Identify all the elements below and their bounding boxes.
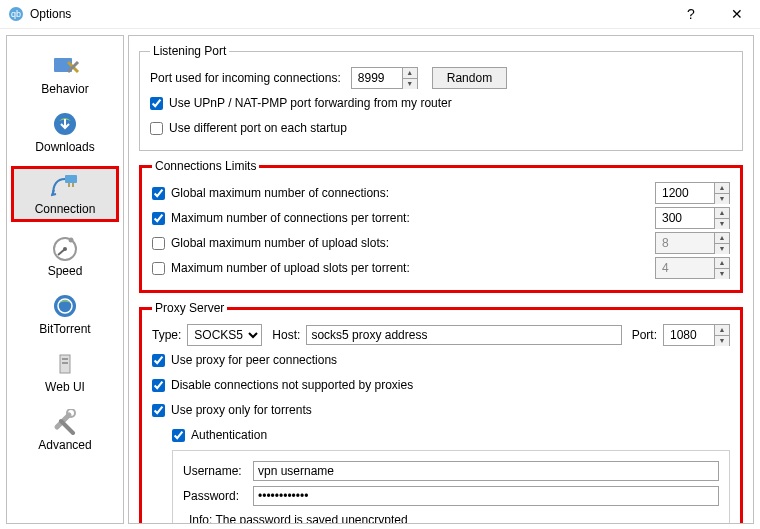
- help-button[interactable]: ?: [668, 0, 714, 28]
- per-torrent-spinner[interactable]: ▲▼: [655, 207, 730, 229]
- password-info: Info: The password is saved unencrypted: [189, 513, 719, 524]
- behaviour-icon: [49, 52, 81, 80]
- proxy-auth-checkbox[interactable]: Authentication: [172, 428, 267, 442]
- connections-limits-group: Connections Limits Global maximum number…: [139, 159, 743, 293]
- close-button[interactable]: ✕: [714, 0, 760, 28]
- window-title: Options: [30, 7, 668, 21]
- sidebar-item-label: Advanced: [38, 438, 91, 452]
- svg-text:qb: qb: [11, 9, 21, 19]
- spin-up-icon[interactable]: ▲: [403, 68, 417, 79]
- sidebar-item-webui[interactable]: Web UI: [7, 350, 123, 394]
- sidebar-item-behavior[interactable]: Behavior: [7, 52, 123, 96]
- svg-rect-5: [68, 183, 70, 187]
- proxy-peer-checkbox[interactable]: Use proxy for peer connections: [152, 353, 337, 367]
- sidebar-item-label: Web UI: [45, 380, 85, 394]
- random-button[interactable]: Random: [432, 67, 507, 89]
- svg-rect-13: [62, 358, 68, 360]
- connection-icon: [49, 172, 81, 200]
- proxy-host-label: Host:: [272, 328, 300, 342]
- app-icon: qb: [8, 6, 24, 22]
- password-input[interactable]: [253, 486, 719, 506]
- proxy-server-group: Proxy Server Type: SOCKS5 Host: Port: ▲▼…: [139, 301, 743, 524]
- upload-slots-spinner: ▲▼: [655, 232, 730, 254]
- upload-slots-checkbox[interactable]: Global maximum number of upload slots:: [152, 236, 389, 250]
- svg-rect-14: [62, 362, 68, 364]
- global-max-spinner[interactable]: ▲▼: [655, 182, 730, 204]
- port-spinner[interactable]: ▲▼: [351, 67, 418, 89]
- proxy-disable-checkbox[interactable]: Disable connections not supported by pro…: [152, 378, 413, 392]
- sidebar-item-label: Downloads: [35, 140, 94, 154]
- listening-port-group: Listening Port Port used for incoming co…: [139, 44, 743, 151]
- proxy-port-label: Port:: [632, 328, 657, 342]
- upload-slots-pt-checkbox[interactable]: Maximum number of upload slots per torre…: [152, 261, 410, 275]
- svg-rect-6: [72, 183, 74, 187]
- auth-box: Username: Password: Info: The password i…: [172, 450, 730, 524]
- sidebar-item-downloads[interactable]: Downloads: [7, 110, 123, 154]
- sidebar-item-speed[interactable]: Speed: [7, 234, 123, 278]
- sidebar-item-label: Behavior: [41, 82, 88, 96]
- port-label: Port used for incoming connections:: [150, 71, 341, 85]
- global-max-checkbox[interactable]: Global maximum number of connections:: [152, 186, 389, 200]
- webui-icon: [49, 350, 81, 378]
- password-label: Password:: [183, 489, 253, 503]
- spin-down-icon[interactable]: ▼: [403, 79, 417, 89]
- sidebar-item-label: Speed: [48, 264, 83, 278]
- main-panel: Listening Port Port used for incoming co…: [128, 35, 754, 524]
- svg-rect-4: [65, 175, 77, 183]
- per-torrent-checkbox[interactable]: Maximum number of connections per torren…: [152, 211, 410, 225]
- proxy-legend: Proxy Server: [152, 301, 227, 315]
- proxy-only-torrents-checkbox[interactable]: Use proxy only for torrents: [152, 403, 312, 417]
- sidebar-item-bittorrent[interactable]: BitTorrent: [7, 292, 123, 336]
- upnp-checkbox[interactable]: Use UPnP / NAT-PMP port forwarding from …: [150, 96, 452, 110]
- username-input[interactable]: [253, 461, 719, 481]
- proxy-host-input[interactable]: [306, 325, 621, 345]
- bittorrent-icon: [49, 292, 81, 320]
- proxy-type-select[interactable]: SOCKS5: [187, 324, 262, 346]
- sidebar: Behavior Downloads Connection Speed BitT…: [6, 35, 124, 524]
- username-label: Username:: [183, 464, 253, 478]
- port-input[interactable]: [352, 68, 402, 88]
- upload-slots-pt-spinner: ▲▼: [655, 257, 730, 279]
- sidebar-item-advanced[interactable]: Advanced: [7, 408, 123, 452]
- connlimits-legend: Connections Limits: [152, 159, 259, 173]
- svg-point-9: [69, 238, 74, 243]
- advanced-icon: [49, 408, 81, 436]
- downloads-icon: [49, 110, 81, 138]
- sidebar-item-label: BitTorrent: [39, 322, 90, 336]
- sidebar-item-label: Connection: [35, 202, 96, 216]
- listening-legend: Listening Port: [150, 44, 229, 58]
- proxy-port-spinner[interactable]: ▲▼: [663, 324, 730, 346]
- diff-port-checkbox[interactable]: Use different port on each startup: [150, 121, 347, 135]
- sidebar-item-connection[interactable]: Connection: [13, 168, 117, 220]
- speed-icon: [49, 234, 81, 262]
- titlebar: qb Options ? ✕: [0, 0, 760, 29]
- proxy-type-label: Type:: [152, 328, 181, 342]
